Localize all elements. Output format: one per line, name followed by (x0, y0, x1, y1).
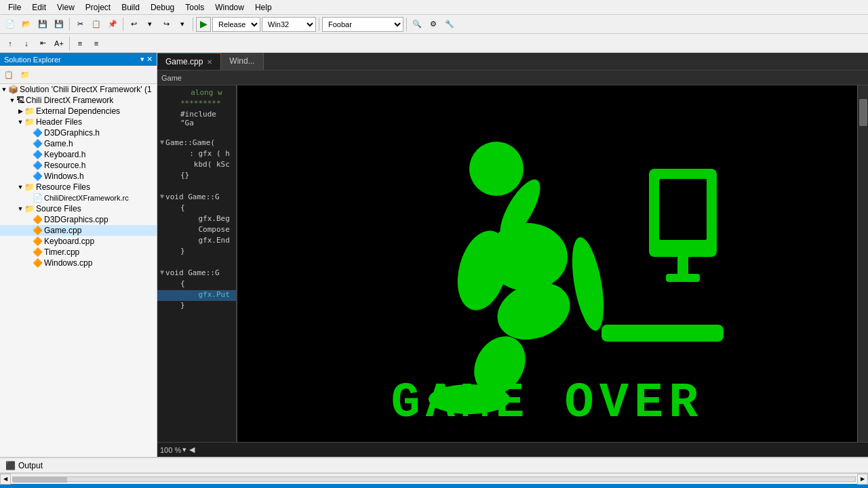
project-label: Chili DirectX Framework (26, 96, 113, 105)
tab-game-cpp[interactable]: Game.cpp ✕ (157, 53, 221, 70)
tab-windows[interactable]: Wind... (221, 53, 263, 70)
nav-btn-6[interactable]: ≡ (89, 36, 104, 51)
editor-right-scrollbar[interactable] (857, 85, 868, 442)
tree-timer-cpp[interactable]: 🔶 Timer.cpp (0, 247, 157, 258)
new-file-button[interactable]: 📄 (3, 17, 18, 32)
folder-icon: 📁 (24, 106, 35, 116)
d3dgraphics-cpp-label: D3DGraphics.cpp (44, 215, 108, 224)
platform-dropdown[interactable]: Win32 x64 (262, 17, 316, 32)
svg-point-0 (469, 142, 524, 196)
tree-keyboard-h[interactable]: 🔷 Keyboard.h (0, 149, 157, 160)
source-files-label: Source Files (36, 204, 81, 214)
chili-rc-label: ChiliDirectXFramework.rc (44, 194, 129, 202)
header-icon-2: 🔷 (33, 139, 43, 148)
menu-debug[interactable]: Debug (145, 1, 180, 14)
header-icon-4: 🔷 (33, 161, 43, 170)
copy-button[interactable]: 📋 (89, 17, 104, 32)
open-file-button[interactable]: 📂 (19, 17, 34, 32)
resource-icon: 📄 (33, 193, 43, 203)
cpp-icon-4: 🔶 (33, 247, 43, 257)
expand-arrow-source: ▼ (16, 205, 24, 212)
redo-dropdown[interactable]: ▾ (175, 17, 190, 32)
tab-windows-label: Wind... (229, 56, 254, 66)
code-inner: along w ********* #include "Ga (157, 85, 236, 314)
header-icon-5: 🔷 (33, 171, 43, 181)
solution-explorer-title: Solution Explorer (4, 56, 61, 64)
toolbar-btn-3[interactable]: 🔧 (442, 17, 457, 32)
header-icon: 🔷 (33, 128, 43, 138)
toolbar-btn-2[interactable]: ⚙ (426, 17, 441, 32)
undo-button[interactable]: ↩ (126, 17, 141, 32)
expand-arrow-extdeps: ▶ (16, 108, 24, 115)
code-line-2: ********* (157, 99, 236, 110)
header-files-label: Header Files (36, 117, 82, 127)
tree-game-cpp[interactable]: 🔶 Game.cpp (0, 225, 157, 236)
project-dropdown[interactable]: Foobar (322, 17, 403, 32)
tab-game-cpp-label: Game.cpp (165, 57, 203, 66)
tree-source-files[interactable]: ▼ 📁 Source Files (0, 203, 157, 214)
paste-button[interactable]: 📌 (105, 17, 120, 32)
expand-arrow-header: ▼ (16, 119, 24, 125)
nav-btn-2[interactable]: ↓ (19, 36, 34, 51)
configuration-dropdown[interactable]: Release Debug (212, 17, 260, 32)
tree-keyboard-cpp[interactable]: 🔶 Keyboard.cpp (0, 236, 157, 247)
scrollbar-thumb[interactable] (859, 99, 867, 126)
tree-game-h[interactable]: 🔷 Game.h (0, 138, 157, 149)
svg-rect-8 (659, 179, 707, 240)
cpp-icon-3: 🔶 (33, 237, 43, 246)
nav-btn-1[interactable]: ↑ (3, 36, 18, 51)
windows-cpp-label: Windows.cpp (44, 258, 92, 268)
code-line-20: } (157, 301, 236, 312)
zoom-bar: 100 % ▾ ◀ (157, 442, 868, 457)
separator-6 (69, 37, 70, 50)
tree-d3dgraphics-cpp[interactable]: 🔶 D3DGraphics.cpp (0, 214, 157, 225)
scroll-left-button[interactable]: ◀ (0, 474, 11, 485)
menu-file[interactable]: File (3, 1, 26, 14)
tree-resource-h[interactable]: 🔷 Resource.h (0, 160, 157, 171)
menu-view[interactable]: View (52, 1, 80, 14)
toolbar-btn-1[interactable]: 🔍 (410, 17, 425, 32)
save-all-button[interactable]: 💾 (52, 17, 66, 32)
nav-btn-5[interactable]: ≡ (73, 36, 87, 51)
cut-button[interactable]: ✂ (73, 17, 87, 32)
editor-area: Game.cpp ✕ Wind... Game along w (157, 53, 868, 457)
redo-button[interactable]: ↪ (159, 17, 174, 32)
se-files-btn[interactable]: 📁 (18, 67, 33, 82)
menu-project[interactable]: Project (80, 1, 116, 14)
menu-tools[interactable]: Tools (180, 1, 210, 14)
se-header-controls: ▾ ✕ (140, 55, 153, 64)
start-button[interactable]: ▶ (196, 17, 211, 32)
output-label: Output (18, 461, 43, 470)
tree-windows-h[interactable]: 🔷 Windows.h (0, 171, 157, 182)
horizontal-scrollbar[interactable]: ◀ ▶ (0, 473, 868, 484)
tree-d3dgraphics-h[interactable]: 🔷 D3DGraphics.h (0, 127, 157, 138)
tree-project[interactable]: ▼ 🏗 Chili DirectX Framework (0, 95, 157, 106)
tree-solution[interactable]: ▼ 📦 Solution 'Chili DirectX Framework' (… (0, 84, 157, 95)
save-button[interactable]: 💾 (35, 17, 50, 32)
se-properties-btn[interactable]: 📋 (1, 67, 16, 82)
nav-bar: Game (157, 70, 868, 85)
folder-icon-4: 📁 (24, 204, 35, 214)
output-panel: ⬛ Output (0, 457, 868, 473)
tree-windows-cpp[interactable]: 🔶 Windows.cpp (0, 258, 157, 268)
tree-resource-files[interactable]: ▼ 📁 Resource Files (0, 182, 157, 192)
undo-dropdown[interactable]: ▾ (142, 17, 157, 32)
zoom-dropdown[interactable]: ▾ (182, 445, 186, 454)
tree-header-files[interactable]: ▼ 📁 Header Files (0, 117, 157, 127)
zoom-navigate-left[interactable]: ◀ (189, 445, 195, 454)
output-icon: ⬛ (5, 461, 16, 470)
separator-2 (123, 18, 123, 31)
menu-window[interactable]: Window (210, 1, 250, 14)
code-line-18: { (157, 279, 236, 290)
code-panel[interactable]: along w ********* #include "Ga (157, 85, 237, 442)
tree-external-deps[interactable]: ▶ 📁 External Dependencies (0, 106, 157, 117)
scroll-right-button[interactable]: ▶ (857, 474, 868, 485)
menu-edit[interactable]: Edit (26, 1, 52, 14)
tree-chili-rc[interactable]: 📄 ChiliDirectXFramework.rc (0, 192, 157, 203)
menu-build[interactable]: Build (116, 1, 145, 14)
scroll-track[interactable] (12, 476, 856, 482)
menu-help[interactable]: Help (250, 1, 277, 14)
nav-btn-4[interactable]: A+ (52, 36, 66, 51)
nav-btn-3[interactable]: ⇤ (35, 36, 50, 51)
tab-game-cpp-close[interactable]: ✕ (207, 58, 212, 66)
